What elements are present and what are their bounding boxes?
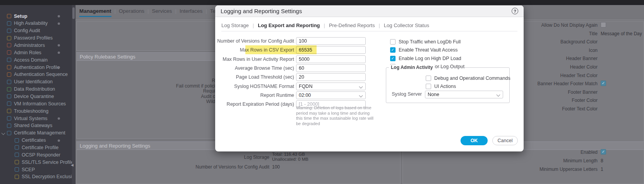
setting-label: Footer Text Color xyxy=(562,106,598,112)
setting-label: Allow Do Not Display Again xyxy=(541,22,598,28)
stop-traffic-when-logdb-full-checkbox[interactable] xyxy=(390,39,396,45)
logging-section-title: Logging and Reporting Settings xyxy=(80,143,150,149)
sidebar-item-ssl-decryption-exclusio[interactable]: SSL Decryption Exclusio xyxy=(0,173,75,181)
panel-collapse-handle[interactable]: ◀ xyxy=(71,163,74,167)
tab-te[interactable]: Te xyxy=(210,8,216,16)
password-profiles-icon xyxy=(7,36,11,40)
sidebar-item-admin-roles[interactable]: Admin Roles xyxy=(0,49,75,56)
sidebar-item-certificate-management[interactable]: Certificate Management xyxy=(0,129,75,137)
chevron-down-icon xyxy=(359,85,363,89)
setting-label: Footer Color xyxy=(572,98,598,103)
sidebar-item-data-redistribution[interactable]: Data Redistribution xyxy=(0,86,75,93)
field-label: Page Load Threshold (sec) xyxy=(236,73,294,81)
enable-log-on-high-dp-load-checkbox[interactable]: ✓ xyxy=(390,56,396,61)
log-storage-unallocated: Unallocated: 0 MB xyxy=(272,157,308,162)
ui-actions-checkbox[interactable] xyxy=(426,84,431,89)
tab-management[interactable]: Management xyxy=(79,8,111,17)
sidebar-item-setup[interactable]: Setup xyxy=(0,12,75,20)
setting-label: Background Color xyxy=(560,39,598,45)
enable-threat-vault-access-checkbox[interactable]: ✓ xyxy=(390,47,396,53)
max-rows-in-csv-export-input[interactable]: 65535 xyxy=(296,46,366,54)
setting-value: Message of the Day xyxy=(601,31,642,36)
sidebar-scrollbar[interactable] xyxy=(72,5,75,184)
dialog-tab-log-export-and-reporting[interactable]: Log Export and Reporting xyxy=(258,22,320,28)
max-rows-in-user-activity-report-input[interactable]: 5000 xyxy=(296,55,366,63)
sidebar-item-label: VM Information Sources xyxy=(14,101,66,107)
sidebar-item-administrators[interactable]: Administrators xyxy=(0,41,75,49)
sidebar-item-label: Password Profiles xyxy=(14,35,53,41)
field-label: Number of Versions for Config Audit xyxy=(217,37,294,45)
sidebar-item-authentication-sequence[interactable]: Authentication Sequence xyxy=(0,71,75,78)
setting-label: Header Text Color xyxy=(560,73,598,78)
sidebar-item-label: SSL/TLS Service Profile xyxy=(22,160,74,165)
help-icon[interactable]: ? xyxy=(512,8,518,14)
dialog-tab-log-storage[interactable]: Log Storage xyxy=(221,22,249,28)
sidebar-item-virtual-systems[interactable]: Virtual Systems xyxy=(0,115,75,122)
device-quarantine-icon xyxy=(7,94,11,98)
sidebar-item-label: SCEP xyxy=(22,167,35,172)
sidebar-item-label: High Availability xyxy=(14,21,48,26)
sidebar-item-label: Administrators xyxy=(14,43,45,48)
sidebar-item-ocsp-responder[interactable]: OCSP Responder xyxy=(0,151,75,158)
sidebar-item-troubleshooting[interactable]: Troubleshooting xyxy=(0,107,75,115)
sidebar-item-authentication-profile[interactable]: Authentication Profile xyxy=(0,64,75,71)
screen: SetupHigh AvailabilityConfig AuditPasswo… xyxy=(0,0,644,184)
chevron-down-icon[interactable] xyxy=(2,131,5,135)
sidebar-item-high-availability[interactable]: High Availability xyxy=(0,20,75,27)
syslog-hostname-format-select[interactable]: FQDN xyxy=(296,83,366,90)
banner-header-footer-match-checkbox[interactable]: ✓ xyxy=(601,81,606,86)
troubleshooting-icon xyxy=(7,109,11,113)
sidebar-item-label: Access Domain xyxy=(14,57,48,63)
dialog-title: Logging and Reporting Settings xyxy=(221,5,302,17)
average-browse-time-sec-input[interactable]: 60 xyxy=(296,64,366,72)
enabled-checkbox[interactable]: ✓ xyxy=(601,149,606,155)
sidebar-item-scep[interactable]: SCEP xyxy=(0,166,75,173)
ok-button[interactable]: OK xyxy=(461,136,488,145)
sidebar-item-access-domain[interactable]: Access Domain xyxy=(0,56,75,64)
field-label: Max Rows in User Activity Report xyxy=(223,55,294,63)
sidebar-item-certificate-profile[interactable]: Certificate Profile xyxy=(0,144,75,151)
field-value: 60 xyxy=(299,65,304,71)
tab-operations[interactable]: Operations xyxy=(119,8,144,16)
field-label: Report Expiration Period (days) xyxy=(227,100,294,108)
sidebar-item-shared-gateways[interactable]: Shared Gateways xyxy=(0,122,75,129)
certificates-icon xyxy=(15,138,19,143)
policy-setting-label: Wild xyxy=(116,99,215,104)
policy-setting-label: Fail commit if polici xyxy=(116,83,215,89)
tab-interfaces[interactable]: Interfaces xyxy=(180,8,202,16)
administrators-icon xyxy=(7,43,11,47)
setting-label: Header Color xyxy=(570,64,598,70)
checkbox-label: UI Actions xyxy=(434,84,456,89)
sidebar-item-password-profiles[interactable]: Password Profiles xyxy=(0,34,75,42)
field-value: 100 xyxy=(299,38,307,44)
syslog-server-select[interactable]: None xyxy=(425,91,503,98)
sidebar-item-label: Admin Roles xyxy=(14,50,41,55)
number-of-versions-for-config-audit-input[interactable]: 100 xyxy=(296,37,366,45)
setting-label: Icon xyxy=(589,48,598,53)
page-load-threshold-sec-input[interactable]: 20 xyxy=(296,73,366,81)
scrollbar-thumb[interactable] xyxy=(72,7,75,19)
dialog-tabs: Log Storage|Log Export and Reporting|Pre… xyxy=(221,22,429,28)
sidebar-item-vm-information-sources[interactable]: VM Information Sources xyxy=(0,100,75,107)
sidebar-item-user-identification[interactable]: User Identification xyxy=(0,78,75,86)
field-value: 20 xyxy=(299,74,304,80)
checkbox-label: Debug and Operational Commands xyxy=(434,76,510,81)
dialog-tab-pre-defined-reports[interactable]: Pre-Defined Reports xyxy=(329,22,375,28)
sidebar-item-ssl-tls-service-profile[interactable]: SSL/TLS Service Profile xyxy=(0,158,75,166)
sidebar-item-config-audit[interactable]: Config Audit xyxy=(0,27,75,34)
sidebar-item-device-quarantine[interactable]: Device Quarantine xyxy=(0,93,75,100)
authentication-profile-icon xyxy=(7,65,11,69)
allow-do-not-display-again-checkbox[interactable] xyxy=(601,22,606,28)
debug-and-operational-commands-checkbox[interactable] xyxy=(426,76,431,81)
policy-setting-label: Requi xyxy=(116,88,215,94)
admin-roles-icon xyxy=(7,50,11,55)
tab-separator: | xyxy=(175,8,176,14)
cancel-button[interactable]: Cancel xyxy=(492,136,518,145)
report-runtime-select[interactable]: 02:00 xyxy=(296,91,366,99)
sidebar-item-certificates[interactable]: Certificates xyxy=(0,137,75,144)
dialog-titlebar: Logging and Reporting Settings ? xyxy=(215,5,524,17)
dialog-tab-log-collector-status[interactable]: Log Collector Status xyxy=(384,22,429,28)
tab-separator: | xyxy=(115,8,116,14)
sidebar-item-label: Certificates xyxy=(22,138,46,143)
tab-services[interactable]: Services xyxy=(152,8,172,16)
